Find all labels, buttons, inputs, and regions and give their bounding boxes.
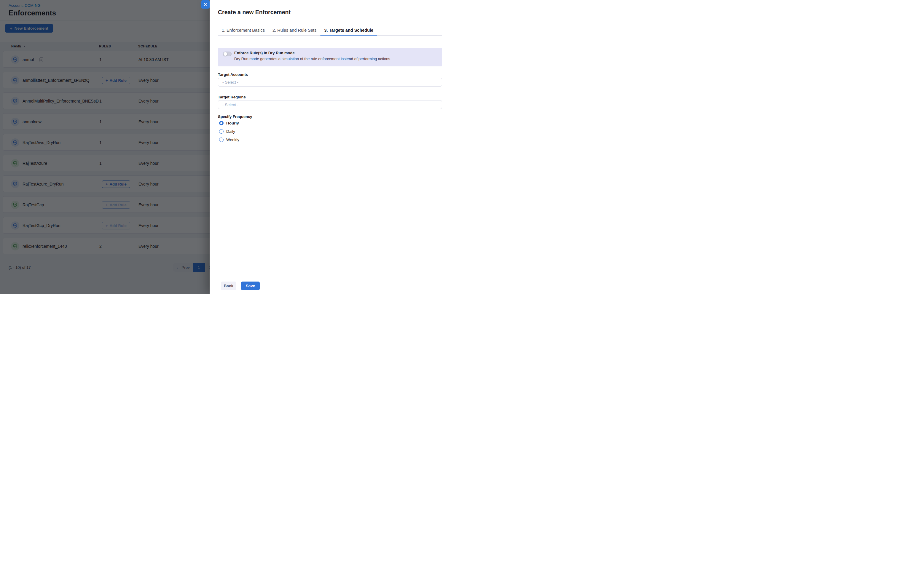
frequency-option-daily[interactable]: Daily [219,129,239,134]
save-button[interactable]: Save [241,282,260,290]
drawer-close-button[interactable]: ✕ [201,0,210,9]
close-icon: ✕ [204,2,207,6]
target-regions-select[interactable] [218,100,442,109]
target-regions-label: Target Regions [218,95,246,99]
dry-run-description: Dry Run mode generates a simulation of t… [234,57,390,61]
frequency-option-label: Weekly [226,137,239,142]
tab-3-targets-and-schedule[interactable]: 3. Targets and Schedule [320,25,377,35]
dry-run-banner: Enforce Rule(s) in Dry Run mode Dry Run … [218,48,442,66]
tab-1-enforcement-basics[interactable]: 1. Enforcement Basics [218,25,269,35]
dry-run-toggle[interactable] [223,52,232,56]
frequency-option-label: Daily [226,129,235,134]
drawer-tabs: 1. Enforcement Basics2. Rules and Rule S… [218,25,442,35]
dry-run-title: Enforce Rule(s) in Dry Run mode [234,51,295,55]
drawer-title: Create a new Enforcement [218,9,290,16]
modal-dim-overlay [0,0,210,294]
tab-2-rules-and-rule-sets[interactable]: 2. Rules and Rule Sets [269,25,320,35]
frequency-radio-group: HourlyDailyWeekly [219,121,239,146]
frequency-option-weekly[interactable]: Weekly [219,137,239,142]
target-accounts-select[interactable] [218,78,442,86]
radio-unchecked-icon [219,137,224,142]
create-enforcement-drawer: Create a new Enforcement 1. Enforcement … [210,0,450,294]
target-accounts-label: Target Accounts [218,72,248,77]
frequency-option-hourly[interactable]: Hourly [219,121,239,125]
radio-checked-icon [219,121,224,125]
frequency-option-label: Hourly [226,121,239,125]
radio-unchecked-icon [219,129,224,134]
toggle-knob [223,52,227,56]
specify-frequency-label: Specify Frequency [218,114,252,119]
back-button[interactable]: Back [221,282,236,290]
